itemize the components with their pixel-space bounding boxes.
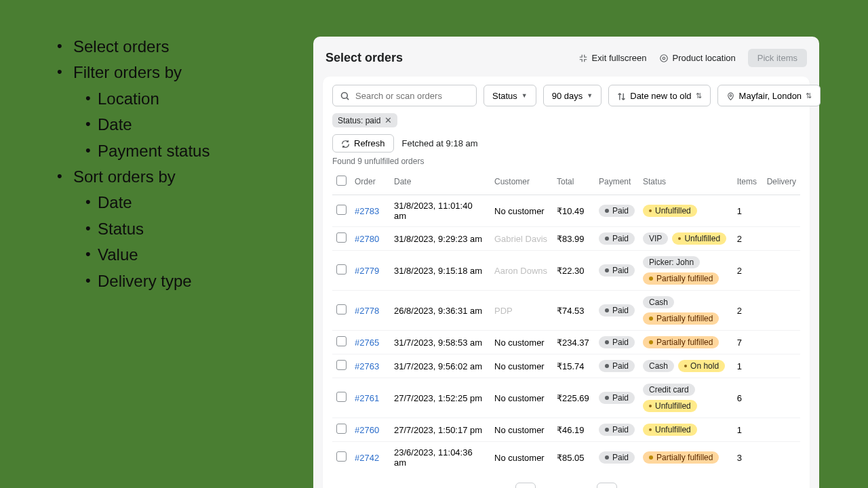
- row-checkbox[interactable]: [336, 392, 347, 402]
- payment-badge: Paid: [599, 304, 635, 317]
- order-link[interactable]: #2765: [355, 338, 379, 348]
- payment-badge: Paid: [599, 264, 635, 277]
- cell-total: ₹85.05: [553, 442, 595, 474]
- pin-icon: [726, 90, 735, 100]
- close-icon[interactable]: ✕: [384, 115, 392, 125]
- bullet-select: Select orders: [54, 34, 304, 60]
- cell-date: 31/7/2023, 9:58:53 am: [390, 331, 490, 354]
- cell-customer: Aaron Downs: [490, 251, 553, 291]
- status-badge: Partially fulfilled: [643, 451, 719, 464]
- table-row: #278031/8/2023, 9:29:23 amGabriel Davis₹…: [332, 227, 800, 251]
- cell-date: 31/8/2023, 9:29:23 am: [390, 227, 490, 251]
- order-link[interactable]: #2761: [355, 393, 379, 403]
- order-link[interactable]: #2742: [355, 453, 379, 463]
- cell-delivery: [763, 418, 800, 442]
- table-row: #278331/8/2023, 11:01:40 amNo customer₹1…: [332, 195, 800, 227]
- cell-date: 31/8/2023, 9:15:18 am: [390, 251, 490, 291]
- cell-items: 1: [733, 418, 763, 442]
- col-items: Items: [733, 170, 763, 195]
- row-checkbox[interactable]: [336, 304, 347, 314]
- cell-items: 2: [733, 227, 763, 251]
- status-badge: Partially fulfilled: [643, 336, 719, 348]
- page-title: Select orders: [326, 51, 403, 65]
- col-delivery: Delivery: [763, 170, 800, 195]
- date-range-filter[interactable]: 90 days ▼: [543, 85, 601, 106]
- cell-total: ₹22.30: [553, 251, 595, 291]
- cell-total: ₹74.53: [553, 291, 595, 331]
- cell-date: 31/8/2023, 11:01:40 am: [390, 195, 490, 227]
- product-location-button[interactable]: Product location: [659, 53, 736, 64]
- cell-delivery: [763, 378, 800, 418]
- order-link[interactable]: #2763: [355, 361, 379, 371]
- status-badge: Unfulfilled: [672, 232, 726, 245]
- filter-chip-status[interactable]: Status: paid ✕: [332, 113, 397, 127]
- row-checkbox[interactable]: [336, 264, 347, 274]
- cell-delivery: [763, 331, 800, 354]
- status-filter[interactable]: Status ▼: [484, 85, 536, 106]
- cell-items: 6: [733, 378, 763, 418]
- tag-badge: Cash: [643, 296, 674, 308]
- cell-items: 7: [733, 331, 763, 354]
- bullet-sort-value: Value: [79, 242, 304, 268]
- cell-date: 26/8/2023, 9:36:31 am: [390, 291, 490, 331]
- cell-total: ₹83.99: [553, 227, 595, 251]
- bullet-sort: Sort orders by: [54, 164, 304, 190]
- order-link[interactable]: #2783: [355, 206, 379, 216]
- refresh-icon: [341, 138, 350, 148]
- bullet-filter-payment: Payment status: [79, 138, 304, 164]
- location-filter[interactable]: Mayfair, London ⇅: [717, 85, 821, 106]
- payment-badge: Paid: [599, 232, 635, 245]
- cell-customer: No customer: [490, 354, 553, 378]
- payment-badge: Paid: [599, 392, 635, 404]
- search-input-wrap[interactable]: [332, 85, 477, 106]
- row-checkbox[interactable]: [336, 205, 347, 215]
- row-checkbox[interactable]: [336, 424, 347, 434]
- table-row: #276531/7/2023, 9:58:53 amNo customer₹23…: [332, 331, 800, 354]
- next-page-button[interactable]: [597, 483, 617, 488]
- prev-page-button[interactable]: [515, 483, 536, 488]
- caret-down-icon: ▼: [587, 92, 593, 99]
- col-total: Total: [553, 170, 595, 195]
- cell-customer: No customer: [490, 331, 553, 354]
- sort-filter[interactable]: Date new to old ⇅: [608, 85, 710, 106]
- status-badge: Partially fulfilled: [643, 272, 719, 285]
- cell-delivery: [763, 227, 800, 251]
- table-row: #274223/6/2023, 11:04:36 amNo customer₹8…: [332, 442, 800, 474]
- row-checkbox[interactable]: [336, 232, 347, 243]
- row-checkbox[interactable]: [336, 360, 347, 370]
- chevron-updown-icon: ⇅: [806, 92, 812, 100]
- cell-items: 1: [733, 195, 763, 227]
- col-date: Date: [390, 170, 490, 195]
- order-link[interactable]: #2780: [355, 234, 379, 244]
- col-customer: Customer: [490, 170, 553, 195]
- svg-point-0: [660, 55, 667, 62]
- order-link[interactable]: #2779: [355, 266, 379, 276]
- cell-items: 2: [733, 291, 763, 331]
- payment-badge: Paid: [599, 451, 635, 464]
- svg-point-2: [342, 93, 348, 99]
- cell-items: 2: [733, 251, 763, 291]
- status-badge: On hold: [678, 360, 725, 372]
- select-all-checkbox[interactable]: [336, 176, 347, 186]
- sort-icon: [617, 90, 626, 100]
- bullet-filter-location: Location: [79, 86, 304, 112]
- bullet-filter-date: Date: [79, 112, 304, 138]
- refresh-button[interactable]: Refresh: [332, 134, 394, 152]
- row-checkbox[interactable]: [336, 336, 347, 346]
- bullet-filter: Filter orders by: [54, 60, 304, 85]
- cell-date: 27/7/2023, 1:50:17 pm: [390, 418, 490, 442]
- order-link[interactable]: #2778: [355, 306, 379, 316]
- svg-point-1: [663, 58, 665, 60]
- table-row: #276127/7/2023, 1:52:25 pmNo customer₹22…: [332, 378, 800, 418]
- cell-items: 3: [733, 442, 763, 474]
- cell-items: 1: [733, 354, 763, 378]
- order-link[interactable]: #2760: [355, 425, 379, 435]
- row-checkbox[interactable]: [336, 451, 347, 462]
- search-input[interactable]: [355, 91, 469, 101]
- cell-delivery: [763, 291, 800, 331]
- table-row: #277826/8/2023, 9:36:31 amPDP₹74.53PaidC…: [332, 291, 800, 331]
- table-row: #276331/7/2023, 9:56:02 amNo customer₹15…: [332, 354, 800, 378]
- exit-fullscreen-button[interactable]: Exit fullscreen: [578, 53, 647, 64]
- bullet-sort-date: Date: [79, 190, 304, 216]
- orders-table: Order Date Customer Total Payment Status…: [332, 170, 800, 473]
